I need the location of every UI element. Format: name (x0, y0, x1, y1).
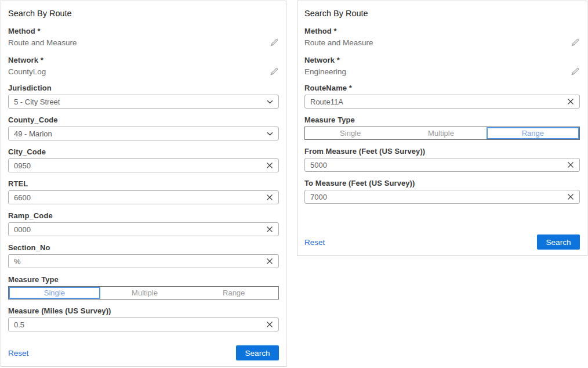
measure-input-box (8, 318, 279, 331)
county-code-label: County_Code (8, 116, 279, 124)
measure-type-label: Measure Type (8, 275, 279, 284)
ramp-code-label: Ramp_Code (8, 211, 279, 220)
clear-ramp-code-button[interactable] (262, 226, 273, 233)
panel-footer: Reset Search (8, 345, 279, 366)
reset-link[interactable]: Reset (304, 238, 325, 247)
x-clear-icon (567, 193, 574, 200)
clear-to-measure-button[interactable] (562, 193, 574, 200)
measure-type-field: Measure Type Single Multiple Range (304, 116, 580, 140)
segment-single[interactable]: Single (305, 127, 395, 139)
search-by-route-panel-right: Search By Route Method * Route and Measu… (297, 1, 587, 256)
county-code-field: County_Code 49 - Marion (8, 116, 279, 140)
from-measure-input[interactable] (310, 161, 562, 169)
city-code-input[interactable] (14, 161, 262, 170)
clear-route-name-button[interactable] (562, 98, 574, 105)
rtel-field: RTEL (8, 179, 279, 204)
edit-method-button[interactable] (269, 38, 279, 48)
x-clear-icon (266, 258, 273, 265)
city-code-input-box (8, 158, 279, 172)
pencil-icon (269, 38, 279, 48)
chevron-down-icon (267, 100, 273, 104)
measure-type-label: Measure Type (304, 116, 580, 124)
panel-footer: Reset Search (304, 234, 580, 255)
jurisdiction-field: Jurisdiction 5 - City Street (8, 84, 279, 109)
county-code-selected-value: 49 - Marion (14, 129, 52, 138)
rtel-input[interactable] (14, 193, 262, 202)
pencil-icon (570, 38, 580, 48)
method-label: Method * (8, 27, 279, 35)
section-no-input[interactable] (14, 257, 262, 266)
clear-from-measure-button[interactable] (562, 161, 574, 168)
segment-multiple[interactable]: Multiple (395, 127, 486, 139)
method-row: Route and Measure (304, 38, 580, 48)
method-group: Method * Route and Measure (304, 27, 580, 48)
method-group: Method * Route and Measure (8, 27, 279, 48)
segment-multiple[interactable]: Multiple (100, 287, 190, 299)
jurisdiction-selected-value: 5 - City Street (14, 98, 60, 106)
network-row: Engineering (304, 67, 580, 77)
section-no-label: Section_No (8, 243, 279, 252)
clear-section-no-button[interactable] (262, 258, 273, 265)
x-clear-icon (266, 194, 273, 201)
search-button[interactable]: Search (537, 234, 580, 250)
segment-range[interactable]: Range (487, 127, 579, 139)
route-name-field: RouteName * (304, 84, 580, 109)
measure-type-segmented: Single Multiple Range (304, 127, 580, 140)
rtel-label: RTEL (8, 179, 279, 188)
measure-type-field: Measure Type Single Multiple Range (8, 275, 279, 300)
page: Search By Route Method * Route and Measu… (0, 0, 588, 367)
clear-measure-button[interactable] (262, 321, 273, 328)
section-no-field: Section_No (8, 243, 279, 268)
reset-link[interactable]: Reset (8, 349, 28, 358)
method-value: Route and Measure (8, 38, 77, 47)
from-measure-input-box (304, 158, 580, 172)
to-measure-input-box (304, 190, 580, 204)
measure-input[interactable] (14, 320, 262, 329)
clear-rtel-button[interactable] (262, 194, 273, 201)
from-measure-label: From Measure (Feet (US Survey)) (304, 147, 580, 156)
x-clear-icon (266, 162, 273, 169)
x-clear-icon (266, 226, 273, 233)
search-by-route-panel-left: Search By Route Method * Route and Measu… (1, 1, 286, 367)
method-value: Route and Measure (304, 38, 373, 47)
network-group: Network * CountyLog (8, 56, 279, 77)
to-measure-field: To Measure (Feet (US Survey)) (304, 179, 580, 204)
route-name-input[interactable] (310, 98, 562, 106)
network-label: Network * (304, 56, 580, 64)
measure-label: Measure (Miles (US Survey)) (8, 306, 279, 315)
city-code-field: City_Code (8, 147, 279, 172)
ramp-code-input[interactable] (14, 225, 262, 234)
search-button[interactable]: Search (236, 345, 279, 360)
edit-network-button[interactable] (269, 67, 279, 77)
ramp-code-field: Ramp_Code (8, 211, 279, 236)
segment-range[interactable]: Range (189, 287, 278, 299)
edit-network-button[interactable] (570, 67, 580, 77)
section-no-input-box (8, 254, 279, 268)
edit-method-button[interactable] (570, 38, 580, 48)
pencil-icon (570, 67, 580, 77)
panel-title: Search By Route (304, 9, 580, 19)
jurisdiction-label: Jurisdiction (8, 84, 279, 92)
jurisdiction-select[interactable]: 5 - City Street (8, 95, 279, 109)
network-value: CountyLog (8, 67, 46, 76)
panel-title: Search By Route (8, 9, 279, 19)
to-measure-input[interactable] (310, 193, 562, 201)
city-code-label: City_Code (8, 147, 279, 156)
rtel-input-box (8, 190, 279, 204)
measure-field: Measure (Miles (US Survey)) (8, 306, 279, 331)
network-value: Engineering (304, 67, 346, 76)
pencil-icon (269, 67, 279, 77)
network-group: Network * Engineering (304, 56, 580, 77)
network-row: CountyLog (8, 67, 279, 77)
clear-city-code-button[interactable] (262, 162, 273, 169)
network-label: Network * (8, 56, 279, 64)
segment-single[interactable]: Single (9, 287, 100, 299)
x-clear-icon (567, 98, 574, 105)
route-name-label: RouteName * (304, 84, 580, 92)
county-code-select[interactable]: 49 - Marion (8, 127, 279, 140)
route-name-input-box (304, 95, 580, 109)
x-clear-icon (266, 321, 273, 328)
method-label: Method * (304, 27, 580, 35)
measure-type-segmented: Single Multiple Range (8, 286, 279, 300)
to-measure-label: To Measure (Feet (US Survey)) (304, 179, 580, 187)
